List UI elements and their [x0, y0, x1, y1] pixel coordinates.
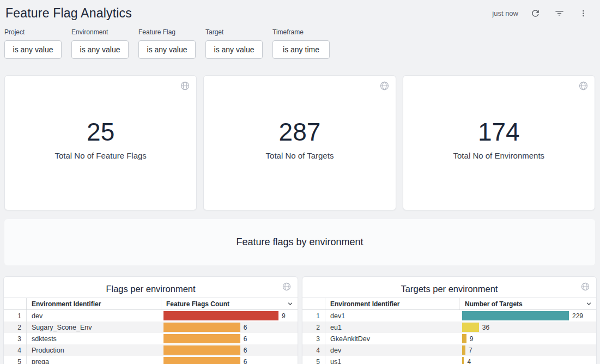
refresh-button[interactable] — [526, 4, 544, 23]
column-header-environment-identifier[interactable]: Environment Identifier — [27, 298, 161, 310]
filter-target-value-button[interactable]: is any value — [205, 40, 263, 59]
filter-label: Feature Flag — [138, 28, 196, 36]
kpi-label: Total No of Environments — [453, 151, 545, 160]
bar-value-label: 9 — [282, 312, 286, 320]
bar-cell: 4 — [459, 356, 596, 364]
row-number: 5 — [302, 356, 325, 364]
column-header-feature-flags-count[interactable]: Feature Flags Count — [161, 298, 298, 310]
filter-label: Environment — [71, 28, 129, 36]
kpi-tiles-row: 25 Total No of Feature Flags 287 Total N… — [4, 75, 595, 210]
dashboard-filters-button[interactable] — [550, 4, 568, 23]
filter-label: Timeframe — [272, 28, 330, 36]
globe-icon — [579, 81, 588, 90]
tile-title-bar: Targets per environment — [302, 277, 596, 298]
table-row: 5 us1 4 — [302, 356, 596, 364]
column-header-label: Feature Flags Count — [166, 300, 229, 308]
tile-title: Flags per environment — [106, 284, 195, 294]
flags-per-environment-tile: Flags per environment Environment Identi… — [3, 276, 298, 364]
kpi-tile-targets: 287 Total No of Targets — [203, 75, 396, 210]
bar-cell: 9 — [459, 333, 596, 344]
bar-value-label: 9 — [470, 335, 474, 343]
bar-cell: 6 — [161, 356, 298, 364]
filter-environment: Environment is any value — [71, 28, 129, 59]
filter-environment-value-button[interactable]: is any value — [71, 40, 129, 59]
bar-value-label: 6 — [244, 347, 247, 354]
bar-value-label: 229 — [572, 312, 583, 320]
table-row: 3 GkeAnkitDev 9 — [302, 333, 596, 344]
filter-list-icon — [554, 8, 565, 19]
filter-feature-flag-value-button[interactable]: is any value — [138, 40, 196, 59]
globe-icon — [581, 282, 590, 291]
filter-target: Target is any value — [205, 28, 263, 59]
kpi-label: Total No of Targets — [266, 151, 334, 160]
tile-title-bar: Flags per environment — [4, 277, 298, 298]
table-row: 2 eu1 36 — [302, 321, 596, 333]
bar-value-label: 6 — [244, 324, 247, 331]
row-number: 3 — [4, 333, 27, 344]
bar-cell: 6 — [161, 321, 298, 333]
header-actions: just now — [492, 4, 592, 23]
column-header-number-of-targets[interactable]: Number of Targets — [459, 298, 596, 310]
refresh-icon — [530, 8, 541, 19]
environment-name-cell: Sugary_Scone_Env — [27, 324, 161, 331]
row-number: 2 — [302, 321, 325, 333]
bar-cell: 229 — [459, 310, 596, 321]
filter-label: Project — [4, 28, 62, 36]
column-header-environment-identifier[interactable]: Environment Identifier — [325, 298, 459, 310]
row-number-column-header — [302, 298, 325, 310]
environment-name-cell: dev1 — [325, 312, 459, 320]
table-body: 1 dev1 229 2 eu1 36 3 GkeAnkitDev — [302, 310, 596, 364]
table-header-row: Environment Identifier Number of Targets — [302, 298, 596, 310]
filter-project: Project is any value — [4, 28, 62, 59]
bar-value-label: 6 — [244, 335, 247, 343]
filter-timeframe: Timeframe is any time — [272, 28, 330, 59]
value-bar — [163, 334, 240, 343]
filter-label: Target — [205, 28, 263, 36]
table-tiles-row: Flags per environment Environment Identi… — [3, 276, 597, 364]
chevron-down-icon[interactable] — [585, 300, 593, 308]
tile-title: Targets per environment — [401, 284, 498, 294]
bar-value-label: 7 — [469, 347, 472, 354]
bar-value-label: 36 — [482, 324, 489, 331]
value-bar — [163, 311, 278, 320]
kpi-value: 174 — [478, 117, 520, 147]
row-number: 4 — [4, 344, 27, 356]
row-number: 2 — [4, 321, 27, 333]
table-body: 1 dev 9 2 Sugary_Scone_Env 6 3 sdktests — [4, 310, 298, 364]
table-row: 4 Production 6 — [4, 344, 298, 356]
row-number: 5 — [4, 356, 27, 364]
value-bar — [462, 345, 465, 355]
filter-timeframe-value-button[interactable]: is any time — [272, 40, 330, 59]
environment-name-cell: prega — [27, 358, 161, 364]
section-title-tile: Feature flags by environment — [4, 219, 595, 265]
value-bar — [163, 323, 240, 332]
row-number: 1 — [302, 310, 325, 321]
bar-cell: 6 — [161, 344, 298, 356]
row-number: 3 — [302, 333, 325, 344]
value-bar — [163, 345, 240, 355]
table-row: 4 dev 7 — [302, 344, 596, 356]
kpi-tile-environments: 174 Total No of Environments — [403, 75, 595, 210]
table-header-row: Environment Identifier Feature Flags Cou… — [4, 298, 298, 310]
filter-project-value-button[interactable]: is any value — [4, 40, 62, 59]
environment-name-cell: Production — [27, 347, 161, 354]
section-title: Feature flags by environment — [236, 236, 363, 248]
table-row: 1 dev 9 — [4, 310, 298, 321]
value-bar — [462, 334, 466, 343]
table-row: 3 sdktests 6 — [4, 333, 298, 344]
value-bar — [462, 357, 464, 364]
more-options-button[interactable] — [574, 4, 592, 23]
row-number: 4 — [302, 344, 325, 356]
environment-name-cell: dev — [325, 347, 459, 354]
filter-feature-flag: Feature Flag is any value — [138, 28, 196, 59]
bar-cell: 7 — [459, 344, 596, 356]
kpi-tile-feature-flags: 25 Total No of Feature Flags — [4, 75, 197, 210]
table-row: 5 prega 6 — [4, 356, 298, 364]
globe-icon — [380, 81, 389, 90]
environment-name-cell: GkeAnkitDev — [325, 335, 459, 343]
kpi-label: Total No of Feature Flags — [54, 151, 146, 160]
globe-icon — [180, 81, 190, 90]
chevron-down-icon[interactable] — [286, 300, 294, 308]
bar-value-label: 6 — [244, 358, 247, 364]
globe-icon — [282, 282, 291, 291]
